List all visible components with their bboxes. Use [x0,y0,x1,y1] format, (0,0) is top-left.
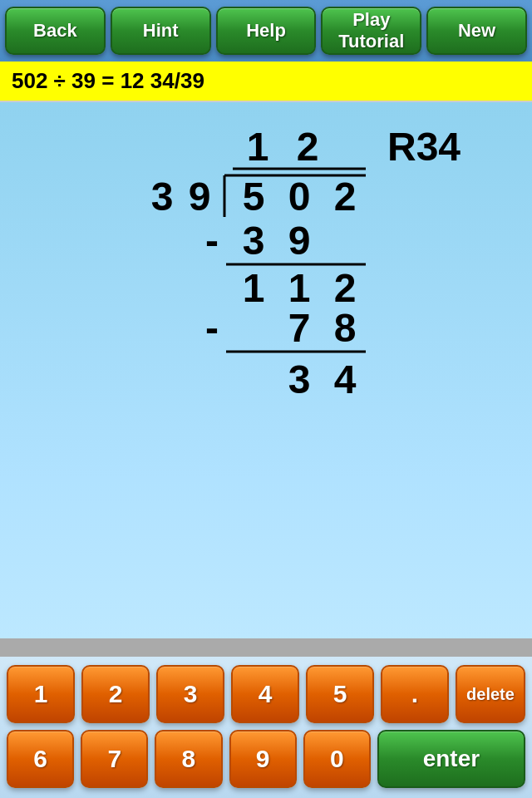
svg-text:1: 1 [288,266,311,310]
svg-text:R34: R34 [387,125,461,169]
svg-text:2: 2 [334,175,357,219]
answer-banner: 502 ÷ 39 = 12 34/39 [0,62,532,102]
svg-text:4: 4 [334,357,357,401]
back-button[interactable]: Back [5,7,106,55]
svg-text:1: 1 [247,125,269,169]
svg-text:5: 5 [243,175,265,219]
key-7[interactable]: 7 [81,730,148,788]
key-0[interactable]: 0 [303,730,371,788]
svg-text:1: 1 [243,266,265,310]
help-button[interactable]: Help [216,7,317,55]
svg-text:0: 0 [288,175,311,219]
svg-text:3: 3 [243,219,265,263]
key-delete[interactable]: delete [456,665,525,723]
keypad-row-1: 1 2 3 4 5 . delete [7,665,525,723]
key-1[interactable]: 1 [7,665,75,723]
key-9[interactable]: 9 [229,730,297,788]
separator [0,638,532,657]
svg-text:2: 2 [334,266,357,310]
svg-text:7: 7 [288,306,311,350]
key-5[interactable]: 5 [306,665,374,723]
toolbar: Back Hint Help Play Tutorial New [0,0,532,62]
svg-text:-: - [205,219,219,263]
svg-text:3: 3 [288,357,311,401]
svg-text:8: 8 [334,306,357,350]
play-tutorial-button[interactable]: Play Tutorial [321,7,421,55]
work-area: 1 2 R34 3 9 5 0 2 - 3 9 1 1 2 - 7 8 [0,102,532,638]
key-8[interactable]: 8 [155,730,222,788]
svg-text:2: 2 [297,125,319,169]
long-division-diagram: 1 2 R34 3 9 5 0 2 - 3 9 1 1 2 - 7 8 [33,119,499,401]
key-dot[interactable]: . [381,665,449,723]
svg-text:9: 9 [288,219,311,263]
svg-text:9: 9 [189,175,211,219]
key-3[interactable]: 3 [156,665,224,723]
key-2[interactable]: 2 [81,665,150,723]
hint-button[interactable]: Hint [111,7,211,55]
svg-text:3: 3 [151,175,174,219]
keypad: 1 2 3 4 5 . delete 6 7 8 9 0 enter [0,657,532,798]
key-6[interactable]: 6 [7,730,74,788]
svg-text:-: - [205,306,219,350]
new-button[interactable]: New [426,7,527,55]
key-enter[interactable]: enter [377,730,525,788]
key-4[interactable]: 4 [231,665,299,723]
answer-text: 502 ÷ 39 = 12 34/39 [12,68,204,93]
keypad-row-2: 6 7 8 9 0 enter [7,730,525,788]
